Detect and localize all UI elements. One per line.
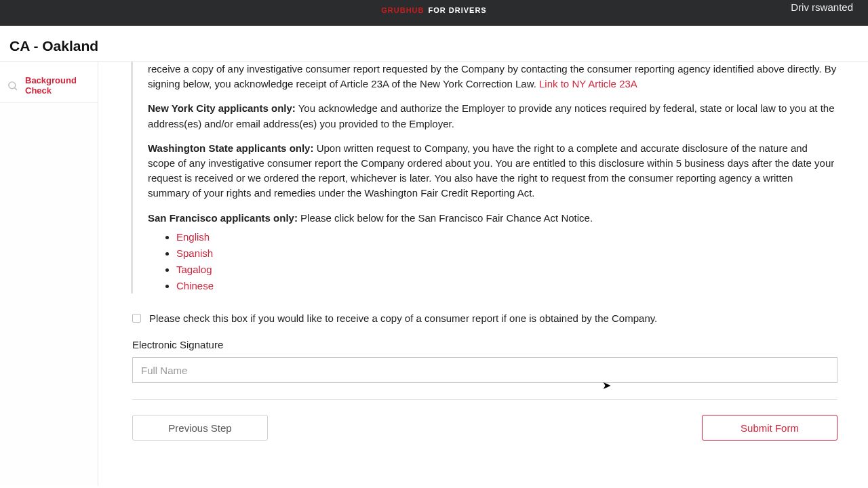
previous-step-button[interactable]: Previous Step	[132, 415, 268, 441]
consent-checkbox[interactable]	[132, 314, 141, 323]
list-item: English	[176, 230, 837, 245]
sf-bold: San Francisco applicants only:	[148, 212, 298, 224]
nyc-bold: New York City applicants only:	[148, 102, 296, 114]
list-item: Spanish	[176, 246, 837, 261]
sidebar-item-background-check[interactable]: Background Check	[0, 68, 98, 103]
lang-link-chinese[interactable]: Chinese	[176, 280, 214, 291]
wa-bold: Washington State applicants only:	[148, 142, 313, 154]
button-row: Previous Step Submit Form	[132, 415, 837, 441]
sidebar-item-label: Background Check	[25, 75, 91, 96]
list-item: Tagalog	[176, 262, 837, 277]
language-list: English Spanish Tagalog Chinese	[148, 230, 837, 294]
search-icon	[7, 80, 18, 92]
signature-label: Electronic Signature	[132, 339, 837, 350]
ny-trail-text: receive a copy of any investigative cons…	[148, 63, 836, 89]
brand-white-text: FOR DRIVERS	[429, 6, 487, 14]
consent-row: Please check this box if you would like …	[132, 312, 837, 324]
sf-paragraph: San Francisco applicants only: Please cl…	[148, 211, 837, 226]
wa-paragraph: Washington State applicants only: Upon w…	[148, 141, 837, 201]
sf-text: Please click below for the San Francisco…	[298, 212, 593, 224]
top-bar: GRUBHUB FOR DRIVERS Driv rswanted	[0, 0, 868, 26]
lang-link-tagalog[interactable]: Tagalog	[176, 264, 212, 275]
top-right-text: Driv rswanted	[791, 1, 853, 13]
ny-article-link[interactable]: Link to NY Article 23A	[539, 78, 637, 89]
brand-logo: GRUBHUB FOR DRIVERS	[381, 6, 486, 14]
lang-link-spanish[interactable]: Spanish	[176, 247, 213, 259]
nyc-paragraph: New York City applicants only: You ackno…	[148, 101, 837, 131]
brand-red-text: GRUBHUB	[381, 6, 424, 14]
signature-input[interactable]	[132, 357, 837, 383]
list-item: Chinese	[176, 279, 837, 293]
divider	[132, 399, 837, 400]
lang-link-english[interactable]: English	[176, 231, 210, 243]
svg-line-1	[14, 87, 17, 90]
svg-point-0	[9, 81, 16, 88]
submit-form-button[interactable]: Submit Form	[702, 415, 837, 441]
sidebar: Background Check	[0, 62, 98, 486]
consent-label: Please check this box if you would like …	[149, 312, 657, 324]
disclosures-block: receive a copy of any investigative cons…	[131, 62, 837, 293]
ny-paragraph: receive a copy of any investigative cons…	[148, 62, 837, 92]
main-content: receive a copy of any investigative cons…	[98, 62, 868, 486]
subheader: CA - Oakland	[0, 26, 868, 62]
page-title: CA - Oakland	[9, 38, 859, 54]
